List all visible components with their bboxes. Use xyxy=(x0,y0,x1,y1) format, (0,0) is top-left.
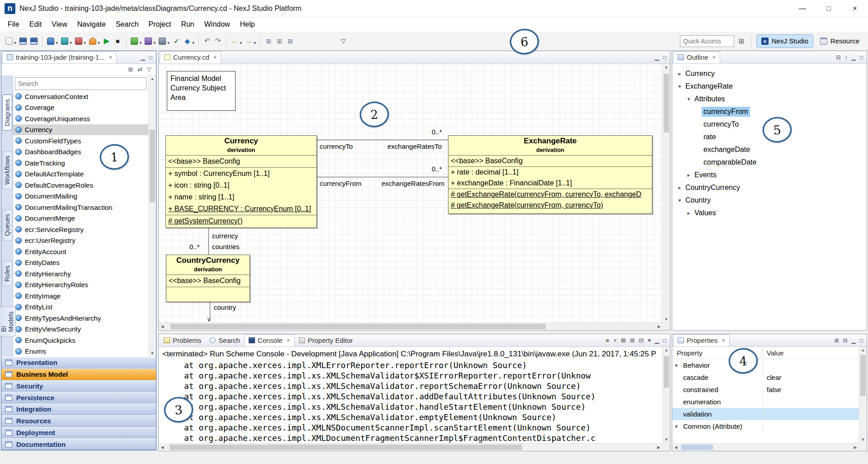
scrollbar-thumb[interactable] xyxy=(170,445,522,450)
scroll-right-icon[interactable]: ▶ xyxy=(656,323,663,331)
editor-horizontal-scrollbar[interactable]: ◀ ▶ xyxy=(159,322,663,330)
property-value[interactable]: clear xyxy=(763,371,859,384)
scroll-up-icon[interactable]: ▲ xyxy=(663,347,670,354)
property-value[interactable]: false xyxy=(763,384,859,396)
console-terminate-icon[interactable]: ■ xyxy=(113,37,122,46)
outline-tree-item[interactable]: ▾ ExchangeRate xyxy=(672,80,867,93)
outline-tab-close-icon[interactable]: × xyxy=(712,54,716,61)
outline-collapse-all-icon[interactable]: ⊟ xyxy=(836,54,840,61)
class-attribute[interactable]: + rate : decimal [1..1] xyxy=(448,167,652,178)
outline-tree-item[interactable]: ▸ CountryCurrency xyxy=(672,181,867,194)
diagram-layout-icon[interactable]: ⊞ xyxy=(264,37,273,46)
properties-maximize-icon[interactable]: □ xyxy=(860,337,863,344)
explorer-scrollbar[interactable]: ▲ ▼ xyxy=(148,76,156,357)
new-wizard-caret-icon[interactable]: ▾ xyxy=(14,40,16,45)
property-row[interactable]: constrained false xyxy=(672,384,859,396)
editor-minimize-icon[interactable]: ▁ xyxy=(655,54,659,61)
explorer-maximize-icon[interactable]: □ xyxy=(149,54,152,61)
redo-icon[interactable]: ↷ xyxy=(213,37,222,46)
tab-console[interactable]: Console × xyxy=(244,334,295,346)
scrollbar-thumb[interactable] xyxy=(664,356,669,388)
property-row[interactable]: validation xyxy=(672,408,859,420)
scroll-down-icon[interactable]: ▼ xyxy=(859,436,867,443)
tree-expand-icon[interactable]: ▾ xyxy=(685,96,693,102)
run-icon[interactable]: ▶ xyxy=(102,37,111,46)
class-attribute[interactable]: + icon : string [0..1] xyxy=(166,180,316,191)
diagram-canvas[interactable]: Financial Model Currency Subject Area Cu… xyxy=(159,64,663,323)
validate-check-icon[interactable]: ✓ xyxy=(172,37,181,46)
outline-tree-item[interactable]: ▸ Values xyxy=(672,207,867,219)
property-value[interactable] xyxy=(763,396,859,408)
tree-expand-icon[interactable]: ▸ xyxy=(676,71,684,77)
perspective-nexj-studio[interactable]: n NexJ Studio xyxy=(756,34,813,48)
list-item[interactable]: Currency xyxy=(13,124,148,136)
layer-section[interactable]: Deployment xyxy=(1,427,156,439)
explorer-category-tab[interactable]: Workflows xyxy=(2,151,12,189)
forward-icon[interactable]: → xyxy=(244,37,253,46)
remove-all-launches-icon[interactable]: ⊠ xyxy=(621,337,626,344)
association-line-currencyFrom[interactable] xyxy=(317,177,448,177)
property-value[interactable] xyxy=(763,420,859,432)
tree-expand-icon[interactable]: ▸ xyxy=(676,185,684,191)
category-expand-icon[interactable]: ▾ xyxy=(672,362,680,369)
list-item[interactable]: EntityAccount xyxy=(13,246,148,257)
layer-section[interactable]: Presentation xyxy=(1,357,156,369)
user-caret-icon[interactable]: ▾ xyxy=(98,40,100,45)
scroll-down-icon[interactable]: ▼ xyxy=(663,436,670,443)
scroll-down-icon[interactable]: ▼ xyxy=(663,316,670,323)
new-wizard-icon[interactable] xyxy=(5,37,14,46)
upgrade-model-icon[interactable] xyxy=(46,37,55,46)
outline-tree-item[interactable]: ▸ Currency xyxy=(672,67,867,80)
property-row[interactable]: ▾ Common (Attribute) xyxy=(672,420,859,432)
tools-icon[interactable] xyxy=(144,37,153,46)
validate-icon[interactable] xyxy=(60,37,69,46)
layer-section[interactable]: Integration xyxy=(1,403,156,415)
perspective-resource[interactable]: Resource xyxy=(815,34,864,48)
metadata-icon[interactable] xyxy=(74,37,83,46)
properties-tab[interactable]: Properties × xyxy=(673,334,730,346)
editor-tab-currency-cd[interactable]: Currency.cd × xyxy=(160,51,221,63)
diagram-grid-icon[interactable]: ⊞ xyxy=(286,37,295,46)
open-console-caret-icon[interactable]: ▾ xyxy=(648,337,651,344)
list-item[interactable]: EntityImage xyxy=(13,290,148,302)
console-maximize-icon[interactable]: □ xyxy=(663,337,666,344)
tab-property-editor[interactable]: Property Editor xyxy=(295,334,357,346)
forward-caret-icon[interactable]: ▾ xyxy=(254,40,256,45)
view-menu-icon[interactable]: ▽ xyxy=(147,66,151,73)
tools-caret-icon[interactable]: ▾ xyxy=(153,40,156,45)
explorer-tab[interactable]: training-103-jade (training-1... × xyxy=(2,51,117,63)
outline-tab[interactable]: Outline × xyxy=(673,51,720,63)
category-expand-icon[interactable]: ▾ xyxy=(672,423,680,430)
scroll-up-icon[interactable]: ▲ xyxy=(663,64,670,71)
class-attribute[interactable]: + name : string [1..1] xyxy=(166,191,316,203)
properties-vertical-scrollbar[interactable]: ▲ ▼ xyxy=(859,347,867,443)
layer-section[interactable]: Persistence xyxy=(1,392,156,403)
scroll-left-icon[interactable]: ◀ xyxy=(159,444,166,451)
editor-maximize-icon[interactable]: □ xyxy=(663,54,666,61)
scrollbar-thumb[interactable] xyxy=(664,74,669,133)
list-item[interactable]: ecr:UserRegistry xyxy=(13,235,148,246)
tree-expand-icon[interactable]: ▸ xyxy=(685,210,693,216)
properties-tab-close-icon[interactable]: × xyxy=(722,337,725,344)
back-caret-icon[interactable]: ▾ xyxy=(240,40,242,45)
list-item[interactable]: EntityViewSecurity xyxy=(13,324,148,335)
property-row[interactable]: enumeration xyxy=(672,396,859,408)
uml-class-countrycurrency[interactable]: CountryCurrency derivation <<base>> Base… xyxy=(166,255,250,302)
scroll-up-icon[interactable]: ▲ xyxy=(859,347,867,354)
list-item[interactable]: CoverageUniqueness xyxy=(13,113,148,124)
list-item[interactable]: EntityHierarchy xyxy=(13,268,148,279)
outline-tree-item[interactable]: currencyFrom xyxy=(672,105,867,118)
save-all-icon[interactable] xyxy=(29,37,38,46)
uml-class-exchangerate[interactable]: ExchangeRate derivation <<base>> BaseCon… xyxy=(448,135,652,214)
settings-icon[interactable] xyxy=(158,37,167,46)
maximize-button[interactable]: □ xyxy=(816,0,842,17)
explorer-category-tab[interactable]: BI Models xyxy=(0,307,16,336)
menu-item[interactable]: Search xyxy=(111,18,144,31)
minimize-button[interactable]: — xyxy=(789,0,816,17)
search-model-icon[interactable]: ◆ xyxy=(183,37,192,46)
tab-problems[interactable]: Problems xyxy=(160,334,205,346)
diagram-note[interactable]: Financial Model Currency Subject Area xyxy=(167,71,236,111)
remove-launch-icon[interactable]: × xyxy=(613,337,617,344)
metadata-caret-icon[interactable]: ▾ xyxy=(84,40,86,45)
menu-item[interactable]: Edit xyxy=(24,18,47,31)
